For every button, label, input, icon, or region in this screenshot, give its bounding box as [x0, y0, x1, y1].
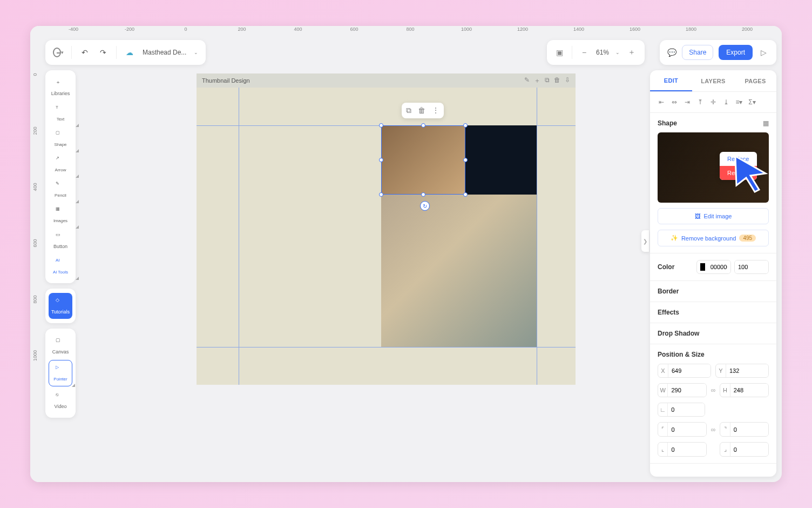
remove-bg-button[interactable]: ✨ Remove background 495 [658, 230, 769, 246]
rotate-handle[interactable]: ↻ [420, 201, 430, 211]
tool-shape[interactable]: ▢Shape [45, 126, 76, 151]
edit-image-button[interactable]: 🖼 Edit image [658, 208, 769, 224]
rotation-input[interactable] [668, 403, 705, 416]
border-label: Border [658, 288, 679, 295]
canvas-title-bar: Thumbnail Design ✎ ＋ ⧉ 🗑 ⇩ [197, 73, 576, 88]
export-button[interactable]: Export [719, 45, 753, 60]
w-input[interactable] [668, 384, 706, 397]
tool-label: Pointer [53, 377, 67, 382]
align-bottom-icon[interactable]: ⤓ [721, 97, 731, 107]
zoom-in-button[interactable]: ＋ [626, 47, 637, 58]
resize-handle[interactable] [463, 192, 468, 197]
radius-tl-input[interactable] [668, 423, 706, 436]
tool-button[interactable]: ▭Button [45, 228, 76, 253]
color-hex-field[interactable] [696, 260, 731, 274]
tab-pages[interactable]: PAGES [734, 70, 776, 91]
tab-edit[interactable]: EDIT [650, 70, 692, 91]
logo-menu[interactable]: ▾ [53, 47, 64, 58]
tool-text[interactable]: TText [45, 101, 76, 126]
tool-pencil[interactable]: ✎Pencil [45, 177, 76, 202]
link-radius-icon[interactable]: ∞ [711, 422, 716, 437]
section-shape: Shape ▦ Replace Remove 🖼 Edit image [650, 113, 776, 253]
resize-handle[interactable] [379, 192, 383, 197]
remove-bg-label: Remove background [681, 235, 736, 242]
canvas-container: Thumbnail Design ✎ ＋ ⧉ 🗑 ⇩ [197, 73, 576, 419]
artboard[interactable]: ↻ [197, 88, 576, 385]
tool-arrow[interactable]: ↗Arrow [45, 151, 76, 177]
tab-layers[interactable]: LAYERS [692, 70, 734, 91]
color-swatch[interactable] [700, 263, 705, 271]
section-border[interactable]: Border [650, 281, 776, 302]
more-icon[interactable]: ⋮ [432, 106, 439, 115]
y-input[interactable] [726, 364, 768, 377]
align-left-icon[interactable]: ⇤ [657, 97, 666, 107]
color-opacity-input[interactable] [735, 260, 768, 273]
trash-icon[interactable]: 🗑 [418, 106, 425, 115]
canvas-photo-selected[interactable] [381, 125, 465, 195]
radius-br-input[interactable] [730, 443, 768, 456]
align-top-icon[interactable]: ⤒ [695, 97, 705, 107]
distribute-h-icon[interactable]: ≡▾ [734, 97, 744, 107]
resize-handle[interactable] [421, 192, 425, 197]
copy-icon[interactable]: ⧉ [406, 106, 411, 115]
h-input[interactable] [730, 384, 768, 397]
tool-label: Button [53, 244, 67, 249]
canvas-dark-rect[interactable] [465, 125, 537, 195]
tool-label: Canvas [52, 349, 69, 355]
tool-tutorials[interactable]: ◇Tutorials [49, 293, 72, 319]
grid-icon[interactable]: ▦ [763, 119, 769, 127]
undo-button[interactable]: ↶ [79, 47, 90, 58]
edit-icon[interactable]: ✎ [524, 76, 530, 85]
file-name[interactable]: Masthead De... [143, 49, 186, 56]
file-dropdown-icon[interactable]: ⌄ [194, 50, 198, 55]
section-effects[interactable]: Effects [650, 302, 776, 323]
panel-collapse-handle[interactable]: ❯ [641, 230, 649, 252]
resize-handle[interactable] [463, 158, 468, 162]
download-icon[interactable]: ⇩ [565, 76, 570, 85]
shape-preview[interactable]: Replace Remove [658, 132, 769, 203]
align-right-icon[interactable]: ⇥ [682, 97, 692, 107]
section-position-size: Position & Size X Y W ∞ H ∟ ⌜ ∞ ⌝ [650, 344, 776, 464]
resize-handle[interactable] [379, 123, 383, 128]
zoom-out-button[interactable]: − [579, 47, 590, 58]
add-icon[interactable]: ＋ [534, 76, 540, 85]
radius-tr-input[interactable] [730, 423, 768, 436]
distribute-v-icon[interactable]: Σ▾ [747, 97, 757, 107]
tool-panel-bottom: ▢Canvas ▷Pointer ⎋Video [45, 329, 76, 418]
resize-handle[interactable] [421, 123, 425, 128]
app-frame: -400 -200 0 200 400 600 800 1000 1200 14… [30, 26, 782, 482]
x-input[interactable] [668, 364, 710, 377]
zoom-value[interactable]: 61% [596, 49, 609, 56]
tool-canvas[interactable]: ▢Canvas [45, 333, 76, 359]
trash-icon[interactable]: 🗑 [554, 76, 560, 85]
canvas-title-actions: ✎ ＋ ⧉ 🗑 ⇩ [524, 76, 570, 85]
resize-handle[interactable] [463, 123, 468, 128]
align-center-v-icon[interactable]: ✛ [708, 97, 718, 107]
tool-libraries[interactable]: ＋Libraries [45, 75, 76, 101]
resize-handle[interactable] [379, 158, 383, 162]
tool-label: Text [57, 117, 65, 122]
link-wh-icon[interactable]: ∞ [711, 383, 716, 397]
tool-ai[interactable]: AIAi Tools [45, 253, 76, 279]
tool-pointer[interactable]: ▷Pointer [49, 360, 72, 386]
tool-label: Images [53, 218, 67, 223]
copy-icon[interactable]: ⧉ [545, 76, 550, 85]
tool-panel-main: ＋Libraries TText ▢Shape ↗Arrow ✎Pencil ▦… [45, 70, 76, 283]
ruler-tick: 800 [32, 295, 38, 303]
redo-button[interactable]: ↷ [98, 47, 109, 58]
frame-icon[interactable]: ▣ [554, 47, 565, 58]
cloud-sync-icon[interactable]: ☁ [124, 47, 135, 58]
play-icon[interactable]: ▷ [758, 47, 769, 58]
tool-video[interactable]: ⎋Video [45, 387, 76, 413]
drop-shadow-label: Drop Shadow [658, 330, 699, 337]
section-drop-shadow[interactable]: Drop Shadow [650, 323, 776, 344]
tool-images[interactable]: ▦Images [45, 202, 76, 228]
comment-icon[interactable]: 💬 [667, 48, 676, 57]
color-opacity-field[interactable] [734, 260, 769, 274]
zoom-dropdown-icon[interactable]: ⌄ [615, 50, 620, 55]
canvas-photo-couple[interactable] [381, 195, 537, 347]
radius-bl-input[interactable] [668, 443, 706, 456]
share-button[interactable]: Share [682, 45, 713, 60]
color-hex-input[interactable] [707, 260, 730, 273]
align-center-h-icon[interactable]: ⇔ [669, 97, 679, 107]
